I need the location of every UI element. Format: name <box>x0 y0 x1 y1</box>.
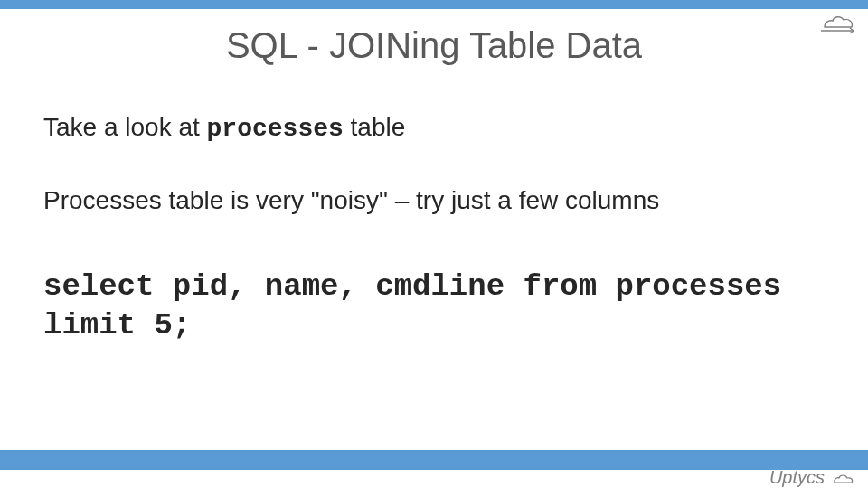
cloud-icon <box>828 471 855 487</box>
bottom-accent-bar <box>0 450 868 470</box>
sql-code: select pid, name, cmdline from processes… <box>43 267 825 344</box>
slide-title: SQL - JOINing Table Data <box>0 25 868 66</box>
intro-line-1: Take a look at processes table <box>43 113 825 143</box>
slide-body: Take a look at processes table Processes… <box>43 113 825 344</box>
brand-label: Uptycs <box>769 467 855 488</box>
line1-prefix: Take a look at <box>43 113 207 141</box>
top-accent-bar <box>0 0 868 9</box>
line1-suffix: table <box>344 113 406 141</box>
brand-text: Uptycs <box>769 467 825 488</box>
line1-bold: processes <box>207 115 344 143</box>
intro-line-2: Processes table is very "noisy" – try ju… <box>43 186 825 215</box>
